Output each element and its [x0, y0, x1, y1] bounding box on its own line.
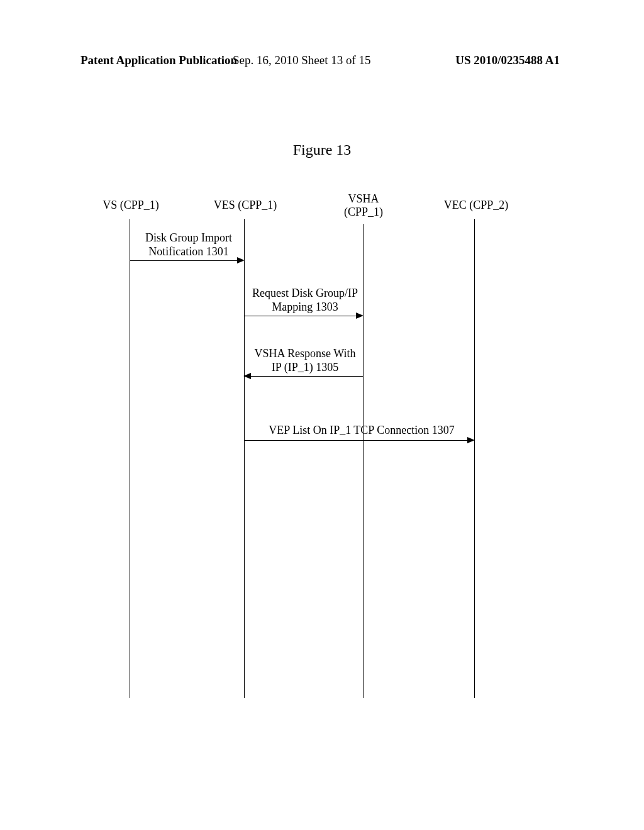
lifeline-label-ves: VES (CPP_1) — [208, 199, 283, 212]
arrow-line-2 — [245, 316, 358, 316]
arrow-head-1 — [237, 257, 245, 263]
header-sheet-info: Sep. 16, 2010 Sheet 13 of 15 — [233, 53, 371, 67]
header-publication: Patent Application Publication — [80, 53, 237, 67]
lifeline-ves — [244, 219, 245, 698]
lifeline-label-vec: VEC (CPP_2) — [435, 199, 517, 212]
msg1-line2: Notification 1301 — [148, 245, 228, 258]
msg3-line2: IP (IP_1) 1305 — [272, 361, 338, 374]
msg2-line1: Request Disk Group/IP — [252, 287, 358, 299]
msg2-line2: Mapping 1303 — [272, 301, 338, 313]
msg1-line1: Disk Group Import — [145, 231, 232, 244]
header-patent-number: US 2010/0235488 A1 — [455, 53, 560, 67]
msg-vsha-response: VSHA Response With IP (IP_1) 1305 — [245, 347, 365, 374]
arrow-head-4 — [467, 437, 475, 443]
lifeline-vec — [474, 219, 475, 698]
arrow-line-4 — [245, 440, 469, 441]
arrow-head-2 — [356, 313, 364, 319]
figure-title: Figure 13 — [0, 141, 644, 158]
arrow-line-1 — [130, 260, 239, 261]
arrow-line-3 — [249, 376, 363, 377]
msg-disk-group-import: Disk Group Import Notification 1301 — [132, 231, 245, 258]
lifeline-vs — [130, 219, 130, 698]
lifeline-label-vsha: VSHA (CPP_1) — [326, 192, 401, 219]
msg-request-disk-group: Request Disk Group/IP Mapping 1303 — [245, 287, 365, 314]
msg3-line1: VSHA Response With — [255, 347, 356, 360]
lifeline-vsha-line2: (CPP_1) — [344, 206, 383, 218]
lifeline-label-vs: VS (CPP_1) — [93, 199, 169, 212]
lifeline-vsha-line1: VSHA — [348, 192, 379, 205]
msg-vep-list: VEP List On IP_1 TCP Connection 1307 — [248, 424, 475, 438]
page-header: Patent Application Publication Sep. 16, … — [0, 53, 644, 67]
arrow-head-3 — [243, 373, 251, 379]
